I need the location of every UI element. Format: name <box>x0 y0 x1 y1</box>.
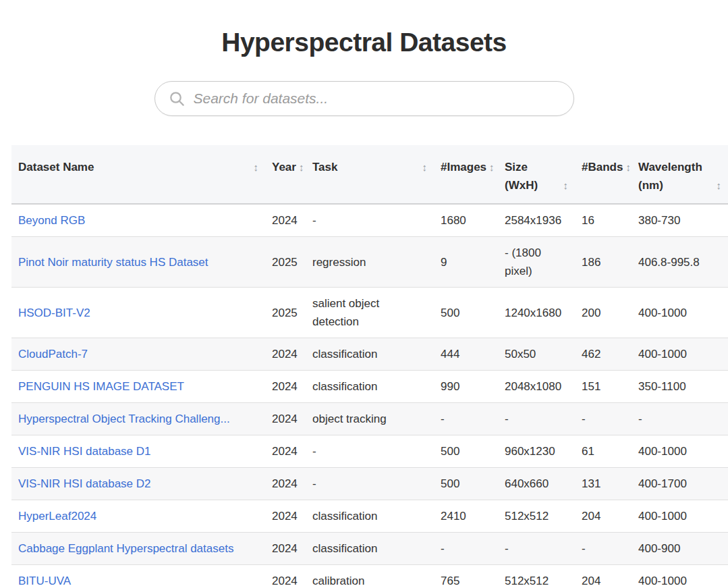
images-cell: 500 <box>434 288 498 338</box>
images-cell: 9 <box>434 237 498 288</box>
images-cell: 2410 <box>434 500 498 533</box>
wavelength-cell: 400-1000 <box>632 435 728 468</box>
wavelength-cell: 400-1000 <box>632 565 728 586</box>
dataset-link[interactable]: VIS-NIR HSI database D2 <box>18 477 151 490</box>
bands-cell: 151 <box>575 371 632 403</box>
year-cell: 2024 <box>265 338 306 371</box>
bands-cell: 462 <box>575 338 632 371</box>
images-cell: 500 <box>434 435 498 468</box>
datasets-table-container: Dataset Name↕ Year↕ Task↕ #Images↕ Size … <box>11 145 728 586</box>
table-row: CloudPatch-7 2024 classification 444 50x… <box>11 338 728 371</box>
table-row: HyperLeaf2024 2024 classification 2410 5… <box>11 500 728 533</box>
column-label: Wavelength (nm) <box>638 158 714 194</box>
dataset-name-cell: BITU-UVA <box>11 565 265 586</box>
wavelength-cell: 400-1000 <box>632 288 728 338</box>
bands-cell: - <box>575 403 632 435</box>
sort-icon: ↕ <box>254 158 259 176</box>
sort-icon: ↕ <box>489 158 495 176</box>
bands-cell: - <box>575 533 632 565</box>
year-cell: 2024 <box>265 435 306 468</box>
year-cell: 2024 <box>265 468 306 500</box>
datasets-table: Dataset Name↕ Year↕ Task↕ #Images↕ Size … <box>11 145 728 586</box>
task-cell: salient object detection <box>306 288 434 338</box>
column-header-bands[interactable]: #Bands↕ <box>575 145 632 204</box>
wavelength-cell: 380-730 <box>632 204 728 237</box>
images-cell: 990 <box>434 371 498 403</box>
images-cell: 500 <box>434 468 498 500</box>
year-cell: 2024 <box>265 500 306 533</box>
task-cell: calibration <box>306 565 434 586</box>
search-bar <box>155 81 574 116</box>
sort-icon: ↕ <box>563 176 569 194</box>
column-header-task[interactable]: Task↕ <box>306 145 434 204</box>
column-header-size[interactable]: Size (WxH)↕ <box>498 145 575 204</box>
images-cell: 444 <box>434 338 498 371</box>
dataset-name-cell: Pinot Noir maturity status HS Dataset <box>11 237 265 288</box>
page-title: Hyperspectral Datasets <box>0 24 728 61</box>
size-cell: 512x512 <box>498 500 575 533</box>
search-input[interactable] <box>194 82 573 115</box>
size-cell: 960x1230 <box>498 435 575 468</box>
sort-icon: ↕ <box>717 176 722 194</box>
year-cell: 2025 <box>265 237 306 288</box>
column-label: Size (WxH) <box>505 158 561 194</box>
bands-cell: 204 <box>575 565 632 586</box>
size-cell: - <box>498 533 575 565</box>
dataset-link[interactable]: Cabbage Eggplant Hyperspectral datasets <box>18 542 233 555</box>
size-cell: 1240x1680 <box>498 288 575 338</box>
column-header-dataset-name[interactable]: Dataset Name↕ <box>11 145 265 204</box>
bands-cell: 204 <box>575 500 632 533</box>
wavelength-cell: 400-900 <box>632 533 728 565</box>
task-cell: regression <box>306 237 434 288</box>
table-row: PENGUIN HS IMAGE DATASET 2024 classifica… <box>11 371 728 403</box>
dataset-name-cell: CloudPatch-7 <box>11 338 265 371</box>
dataset-link[interactable]: BITU-UVA <box>18 575 71 586</box>
dataset-link[interactable]: Pinot Noir maturity status HS Dataset <box>18 256 208 269</box>
bands-cell: 61 <box>575 435 632 468</box>
task-cell: - <box>306 435 434 468</box>
year-cell: 2024 <box>265 204 306 237</box>
task-cell: object tracking <box>306 403 434 435</box>
column-label: #Images <box>441 158 486 176</box>
dataset-link[interactable]: Hyperspectral Object Tracking Challeng..… <box>18 412 230 425</box>
task-cell: - <box>306 468 434 500</box>
wavelength-cell: 350-1100 <box>632 371 728 403</box>
images-cell: 765 <box>434 565 498 586</box>
dataset-name-cell: Hyperspectral Object Tracking Challeng..… <box>11 403 265 435</box>
wavelength-cell: 406.8-995.8 <box>632 237 728 288</box>
bands-cell: 186 <box>575 237 632 288</box>
dataset-link[interactable]: PENGUIN HS IMAGE DATASET <box>18 380 184 393</box>
task-cell: classification <box>306 500 434 533</box>
column-label: #Bands <box>582 158 623 176</box>
bands-cell: 200 <box>575 288 632 338</box>
table-row: Hyperspectral Object Tracking Challeng..… <box>11 403 728 435</box>
column-label: Year <box>272 158 296 176</box>
images-cell: - <box>434 533 498 565</box>
column-header-year[interactable]: Year↕ <box>265 145 306 204</box>
dataset-name-cell: Cabbage Eggplant Hyperspectral datasets <box>11 533 265 565</box>
wavelength-cell: 400-1000 <box>632 338 728 371</box>
size-cell: 2048x1080 <box>498 371 575 403</box>
images-cell: - <box>434 403 498 435</box>
table-row: Cabbage Eggplant Hyperspectral datasets … <box>11 533 728 565</box>
dataset-link[interactable]: Beyond RGB <box>18 214 85 227</box>
dataset-link[interactable]: HSOD-BIT-V2 <box>18 307 90 319</box>
dataset-link[interactable]: CloudPatch-7 <box>18 348 88 361</box>
table-row: VIS-NIR HSI database D2 2024 - 500 640x6… <box>11 468 728 500</box>
column-header-wavelength[interactable]: Wavelength (nm)↕ <box>632 145 728 204</box>
dataset-name-cell: VIS-NIR HSI database D1 <box>11 435 265 468</box>
column-label: Task <box>312 158 338 176</box>
dataset-link[interactable]: HyperLeaf2024 <box>18 510 96 523</box>
dataset-link[interactable]: VIS-NIR HSI database D1 <box>18 445 151 458</box>
size-cell: - <box>498 403 575 435</box>
table-row: HSOD-BIT-V2 2025 salient object detectio… <box>11 288 728 338</box>
size-cell: 50x50 <box>498 338 575 371</box>
column-header-images[interactable]: #Images↕ <box>434 145 498 204</box>
dataset-name-cell: PENGUIN HS IMAGE DATASET <box>11 371 265 403</box>
size-cell: - (1800 pixel) <box>498 237 575 288</box>
wavelength-cell: 400-1000 <box>632 500 728 533</box>
table-row: VIS-NIR HSI database D1 2024 - 500 960x1… <box>11 435 728 468</box>
table-row: Beyond RGB 2024 - 1680 2584x1936 16 380-… <box>11 204 728 237</box>
sort-icon: ↕ <box>422 158 428 176</box>
year-cell: 2024 <box>265 533 306 565</box>
